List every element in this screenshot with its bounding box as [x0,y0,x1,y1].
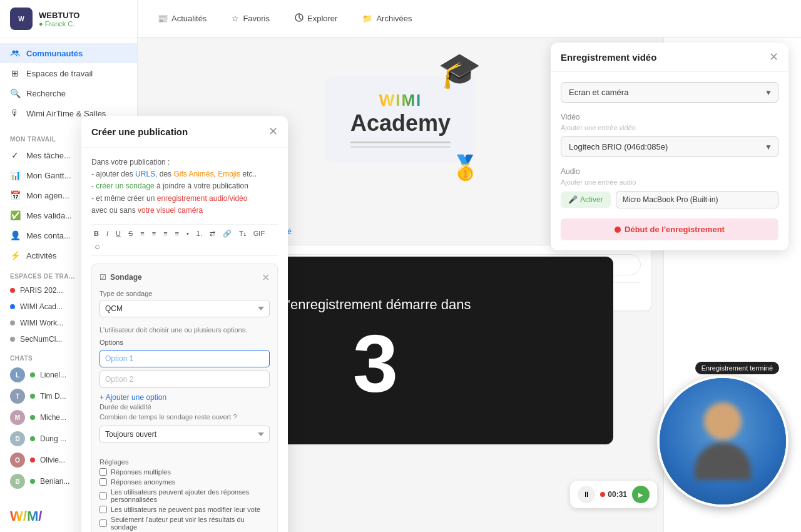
settings-label: Réglages [99,458,270,466]
sidebar-item-communities[interactable]: Communautés [0,43,137,63]
camera-link[interactable]: votre visuel caméra [138,206,203,215]
emoji-btn[interactable]: ☺ [91,242,103,252]
hint-prefix: Dans votre publication : [91,158,170,166]
format-btn[interactable]: T₁ [237,228,248,239]
chat-miche-label: Miche... [40,413,66,422]
validity-select[interactable]: Toujours ouvert [99,426,270,443]
custom-response-option[interactable]: Les utilisateurs peuvent ajouter des rép… [99,488,270,503]
align-justify-btn[interactable]: ≡ [173,228,181,239]
sidebar-item-workspaces[interactable]: ⊞ Espaces de travail [0,63,137,83]
audio-sublabel: Ajouter une entrée audio [561,178,778,186]
top-nav: 📰 Actualités ☆ Favoris Explorer 📁 Archiv… [138,0,801,38]
custom-response-checkbox[interactable] [99,492,107,499]
start-record-label: Début de l'enregistrement [625,225,725,234]
top-nav-explore[interactable]: Explorer [290,11,342,26]
sidebar-nav: Communautés ⊞ Espaces de travail 🔍 Reche… [0,38,137,128]
align-center-btn[interactable]: ≡ [150,228,158,239]
validity-label: Durée de validité [99,403,270,411]
validations-icon: ✅ [10,210,20,220]
survey-link[interactable]: créer un sondage [96,182,154,190]
sidebar-item-workspaces-label: Espaces de travail [26,69,93,78]
audio-device-wrapper: Micro MacBook Pro (Built-in) [616,191,778,208]
modal-close-button[interactable]: ✕ [268,125,278,138]
option1-input[interactable] [99,350,270,367]
no-modify-checkbox[interactable] [99,506,107,513]
indent-btn[interactable]: ⇄ [207,228,218,239]
workspace-wimiwork-label: WIMI Work... [20,319,63,327]
workspace-dot [10,337,15,342]
sidebar-item-search[interactable]: 🔍 Recherche [0,83,137,103]
grad-cap-icon: 🎓 [438,50,481,91]
link-btn[interactable]: 🔗 [220,228,234,239]
video-device-select[interactable]: Logitech BRIO (046d:085e) [561,136,778,157]
underline-btn[interactable]: U [113,228,123,239]
ordered-list-btn[interactable]: 1. [194,228,205,239]
bold-btn[interactable]: B [91,228,101,239]
emojis-link[interactable]: Emojis [218,170,240,178]
options-label: Options [99,339,270,346]
author-only-option[interactable]: Seulement l'auteur peut voir les résulta… [99,516,270,531]
survey-close-btn[interactable]: ✕ [262,272,270,284]
survey-type-select[interactable]: QCM [99,300,270,317]
online-indicator [30,394,35,399]
multi-response-checkbox[interactable] [99,468,107,476]
camera-person [660,378,786,504]
add-option-button[interactable]: + Ajouter une option [99,392,166,403]
favorites-icon: ☆ [232,14,239,23]
validity-desc: Combien de temps le sondage reste ouvert… [99,413,270,421]
top-nav-favorites[interactable]: ☆ Favoris [227,11,275,26]
italic-btn[interactable]: I [104,228,111,239]
mode-select[interactable]: Ecran et caméra Ecran seulement Caméra s… [561,82,778,103]
countdown-text: L'enregistrement démarre dans [280,297,471,313]
align-right-btn[interactable]: ≡ [161,228,170,239]
no-modify-label: Les utilisateurs ne peuvent pas modifier… [111,506,260,513]
survey-description: L'utilisateur doit choisir une ou plusie… [99,326,270,334]
start-recording-button[interactable]: Début de l'enregistrement [561,218,778,240]
strike-btn[interactable]: S [126,228,135,239]
agenda-label: Mon agen... [26,191,69,200]
gantt-label: Mon Gantt... [26,171,71,180]
archived-icon: 📁 [362,14,372,23]
brand-name: WEBTUTO [39,11,79,20]
communities-icon [10,48,20,58]
tasks-icon: ✓ [10,150,20,160]
url-link[interactable]: URLS [135,170,155,178]
validity-section: Durée de validité Combien de temps le so… [99,403,270,448]
bullet-list-btn[interactable]: • [184,228,191,239]
audio-device-select[interactable]: Micro MacBook Pro (Built-in) [616,191,778,208]
camera-controls-widget: ⏸ 00:31 ▶ [570,481,657,508]
pause-button[interactable]: ⏸ [578,486,595,503]
gif-btn[interactable]: GIF [251,228,267,239]
chat-avatar: T [10,389,25,404]
author-only-checkbox[interactable] [99,519,107,527]
sidebar-item-communities-label: Communautés [26,49,83,58]
brand-logo: W [10,8,33,30]
anon-response-option[interactable]: Réponses anonymes [99,478,270,486]
person-body [695,442,751,480]
contacts-icon: 👤 [10,230,20,240]
tasks-label: Mes tâche... [26,151,71,160]
panel-close-button[interactable]: ✕ [769,51,778,63]
activities-label: Activités [26,251,56,260]
no-modify-option[interactable]: Les utilisateurs ne peuvent pas modifier… [99,506,270,513]
medal-icon: 🥇 [451,154,480,182]
play-button[interactable]: ▶ [632,486,650,503]
multi-response-option[interactable]: Réponses multiples [99,468,270,476]
mic-activate-button[interactable]: 🎤 Activer [561,192,611,208]
panel-header: Enregistrement vidéo ✕ [551,43,788,72]
top-nav-news[interactable]: 📰 Actualités [153,11,212,26]
chat-avatar: O [10,453,25,468]
camera-preview [657,376,788,507]
mic-icon: 🎤 [568,195,578,204]
record-link[interactable]: enregistrement audio/vidéo [157,194,248,203]
gifs-link[interactable]: Gifs Animés [173,170,213,178]
explore-icon [295,13,304,24]
option2-input[interactable] [99,371,270,388]
anon-response-checkbox[interactable] [99,478,107,486]
survey-header: ☑ Sondage ✕ [99,272,270,284]
top-nav-archived[interactable]: 📁 Archivées [357,11,417,26]
online-indicator [30,458,35,463]
online-indicator [30,415,35,420]
align-left-btn[interactable]: ≡ [138,228,146,239]
video-label: Vidéo [561,113,778,121]
